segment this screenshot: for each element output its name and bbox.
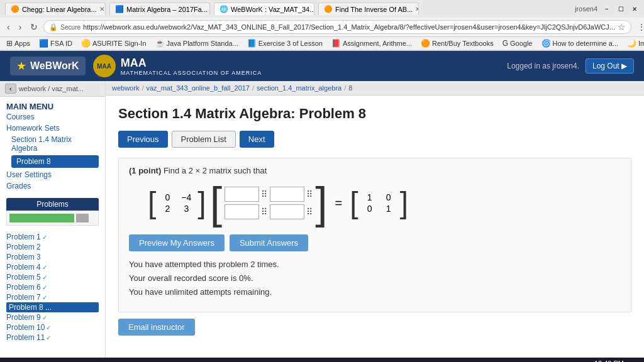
problem-item-3[interactable]: Problem 3 xyxy=(6,252,99,262)
bookmark-assignment[interactable]: 📕 Assignment, Arithme... xyxy=(329,38,414,48)
input-cell-01: ⠿ xyxy=(270,187,313,202)
minimize-button[interactable]: − xyxy=(602,4,611,13)
tab-chegg[interactable]: 🟠 Chegg: Linear Algebra... ✕ xyxy=(5,3,106,15)
webwork-star-icon: ★ xyxy=(16,59,26,73)
window-controls: jrosen4 − ☐ ✕ xyxy=(575,4,639,13)
sidebar-section-link[interactable]: Section 1.4 Matrix Algebra xyxy=(11,134,99,154)
bookmark-howtodetermine[interactable]: 🌀 How to determine a... xyxy=(539,38,621,48)
expand-icon-10[interactable]: ⠿ xyxy=(261,207,267,217)
taskbar-app-edge[interactable]: 🌐 xyxy=(172,359,189,362)
sidebar-homework-sets-link[interactable]: Homework Sets xyxy=(6,123,99,134)
problem-list-button[interactable]: Problem List xyxy=(172,131,236,148)
input-cell-00: ⠿ xyxy=(225,187,267,202)
problem-item-10[interactable]: Problem 10 ✓ xyxy=(6,322,99,332)
problem-item-2[interactable]: Problem 2 xyxy=(6,242,99,252)
back-button[interactable]: ‹ xyxy=(4,21,13,33)
attempt-info-2: Your overall recorded score is 0%. xyxy=(129,272,621,285)
sidebar-user-settings-link[interactable]: User Settings xyxy=(6,169,99,180)
menu-button[interactable]: ⋮ xyxy=(634,21,644,33)
asurite-icon: 🟡 xyxy=(81,39,91,48)
bookmark-implement[interactable]: 🌙 Implement selection xyxy=(625,38,644,48)
tab-matrix[interactable]: 🟦 Matrix Algebra – 2017Fa... ✕ xyxy=(109,3,210,15)
maa-text: MAA MATHEMATICAL ASSOCIATION OF AMERICA xyxy=(121,57,262,76)
maximize-button[interactable]: ☐ xyxy=(616,4,625,13)
problem-item-11[interactable]: Problem 11 ✓ xyxy=(6,332,99,343)
bookmark-asurite-label: ASURITE Sign-In xyxy=(92,40,147,47)
email-instructor-button[interactable]: Email instructor xyxy=(118,319,195,336)
identity-grid: 1 0 0 1 xyxy=(358,190,400,216)
input-field-11[interactable] xyxy=(270,204,304,219)
problem-item-9[interactable]: Problem 9 ✓ xyxy=(6,312,99,322)
expand-icon-11[interactable]: ⠿ xyxy=(306,207,313,217)
main-menu-label: MAIN MENU xyxy=(6,102,99,111)
bookmark-exercise[interactable]: 📘 Exercise 3 of Lesson xyxy=(245,38,325,48)
browser-chrome: 🟠 Chegg: Linear Algebra... ✕ 🟦 Matrix Al… xyxy=(0,0,644,51)
problem-10-label: Problem 10 xyxy=(6,323,45,332)
input-field-01[interactable] xyxy=(270,187,304,202)
sidebar-courses-link[interactable]: Courses xyxy=(6,111,99,123)
submit-button[interactable]: Submit Answers xyxy=(230,234,308,251)
taskbar-app-files[interactable]: 📁 xyxy=(152,359,169,362)
sidebar-main-menu: MAIN MENU Courses Homework Sets Section … xyxy=(0,97,105,194)
problem-7-check-icon: ✓ xyxy=(42,294,47,301)
tab-inverse-label: Find The Inverse Of AB... xyxy=(335,6,413,13)
reload-button[interactable]: ↻ xyxy=(27,21,41,33)
matrix-a-11: 3 xyxy=(180,204,192,214)
problem-item-4[interactable]: Problem 4 ✓ xyxy=(6,262,99,272)
bookmark-star-icon[interactable]: ☆ xyxy=(618,22,626,32)
identity-01: 0 xyxy=(382,192,395,202)
input-matrix-container: [ ⠿ ⠿ xyxy=(210,184,328,222)
expand-icon-01[interactable]: ⠿ xyxy=(306,189,313,199)
sidebar-problem8-active[interactable]: Problem 8 xyxy=(11,155,99,168)
expand-icon-00[interactable]: ⠿ xyxy=(261,189,267,199)
breadcrumb-webwork[interactable]: webwork xyxy=(112,84,139,92)
bookmark-fsa[interactable]: 🟦 FSA ID xyxy=(36,38,75,48)
taskbar-app-excel[interactable]: 📊 xyxy=(252,359,270,362)
problem-item-6[interactable]: Problem 6 ✓ xyxy=(6,282,99,292)
problem-list: Problem 1 ✓ Problem 2 Problem 3 Problem … xyxy=(0,229,105,345)
bookmarks-bar: ⊞ Apps 🟦 FSA ID 🟡 ASURITE Sign-In ☕ Java… xyxy=(0,37,644,50)
content-area: ‹ webwork / vaz_mat... MAIN MENU Courses… xyxy=(0,81,644,358)
bookmark-implement-label: Implement selection xyxy=(638,40,644,47)
tab-chegg-close[interactable]: ✕ xyxy=(99,6,104,13)
tab-inverse[interactable]: 🟠 Find The Inverse Of AB... ✕ xyxy=(318,3,419,15)
address-bar[interactable]: 🔒 Secure https://webwork.asu.edu/webwork… xyxy=(43,20,631,34)
attempt-info-3: You have unlimited attempts remaining. xyxy=(129,285,621,299)
breadcrumb-course[interactable]: vaz_mat_343_online_b_fall_2017 xyxy=(146,84,250,92)
matrix-a-grid: 0 −4 2 3 xyxy=(156,190,197,216)
bookmark-rentbuy[interactable]: 🟠 Rent/Buy Textbooks xyxy=(418,38,496,48)
sidebar-grades-link[interactable]: Grades xyxy=(6,180,99,192)
breadcrumb-sep-1: / xyxy=(142,84,143,92)
problem-item-5[interactable]: Problem 5 ✓ xyxy=(6,272,99,282)
input-field-10[interactable] xyxy=(225,204,259,219)
previous-button[interactable]: Previous xyxy=(118,131,168,148)
progress-bar-container xyxy=(6,211,99,226)
sidebar-breadcrumb: ‹ webwork / vaz_mat... xyxy=(0,81,105,97)
problem-3-label: Problem 3 xyxy=(6,253,41,261)
logout-button[interactable]: Log Out ▶ xyxy=(586,58,634,74)
bookmark-asurite[interactable]: 🟡 ASURITE Sign-In xyxy=(79,38,149,48)
taskbar-app-chrome[interactable]: 🔵 xyxy=(192,359,209,362)
app-header: ★ WeBWorK MAA MAA MATHEMATICAL ASSOCIATI… xyxy=(0,51,644,81)
taskbar-app-spotify[interactable]: 🎵 xyxy=(232,359,250,362)
close-button[interactable]: ✕ xyxy=(630,4,639,13)
title-bar: 🟠 Chegg: Linear Algebra... ✕ 🟦 Matrix Al… xyxy=(0,0,644,18)
address-text[interactable]: https://webwork.asu.edu/webwork2/Vaz_MAT… xyxy=(83,23,615,31)
tab-inverse-close[interactable]: ✕ xyxy=(415,6,419,13)
problem-item-7[interactable]: Problem 7 ✓ xyxy=(6,292,99,302)
breadcrumb-back-button[interactable]: ‹ xyxy=(5,84,16,94)
taskbar-app-word[interactable]: W xyxy=(212,359,230,362)
next-button[interactable]: Next xyxy=(240,131,274,148)
forward-button[interactable]: › xyxy=(16,21,25,33)
input-field-00[interactable] xyxy=(225,187,259,202)
breadcrumb-sep-3: / xyxy=(344,84,346,92)
bookmark-java[interactable]: ☕ Java Platform Standa... xyxy=(153,38,241,48)
problem-item-1[interactable]: Problem 1 ✓ xyxy=(6,232,99,242)
bookmark-google[interactable]: G Google xyxy=(500,38,535,48)
tab-bar: 🟠 Chegg: Linear Algebra... ✕ 🟦 Matrix Al… xyxy=(5,3,419,15)
tab-webwork[interactable]: 🌐 WeBWorK : Vaz_MAT_34... ✕ xyxy=(214,3,314,15)
preview-button[interactable]: Preview My Answers xyxy=(129,234,225,251)
breadcrumb-section[interactable]: section_1.4_matrix_algebra xyxy=(257,84,341,92)
problem-item-8[interactable]: Problem 8 ... xyxy=(6,302,99,312)
bookmark-apps[interactable]: ⊞ Apps xyxy=(4,38,33,48)
